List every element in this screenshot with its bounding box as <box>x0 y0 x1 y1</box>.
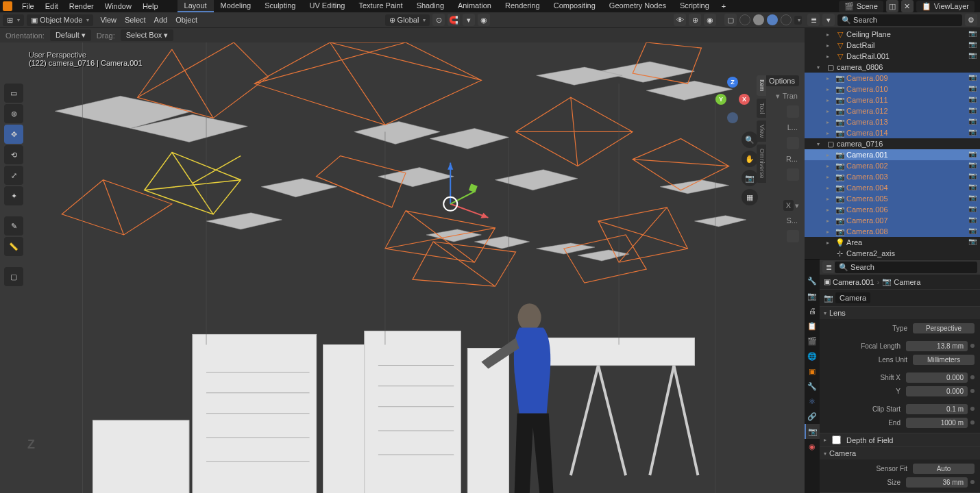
clip-start-input[interactable]: 0.1 m <box>906 404 968 414</box>
menu-file[interactable]: File <box>16 1 40 12</box>
navigation-gizmo[interactable]: Z Y X <box>709 77 757 125</box>
prop-tab-scene[interactable]: 🎬 <box>805 333 820 349</box>
prop-tab-modifiers[interactable]: 🔧 <box>805 379 820 394</box>
keyframe-dot[interactable] <box>970 407 975 411</box>
tree-item[interactable]: ▸▽DactRail📷 <box>805 40 980 51</box>
menu-help[interactable]: Help <box>137 1 164 12</box>
gizmo-y-axis[interactable]: Y <box>715 94 726 105</box>
zoom-button[interactable]: 🔍 <box>742 131 758 148</box>
tree-chevron-icon[interactable]: ▾ <box>817 64 824 71</box>
restrict-render-icon[interactable]: 📷 <box>968 194 977 203</box>
solid-shading[interactable] <box>753 14 764 25</box>
n-tab-view[interactable]: View <box>757 121 766 142</box>
rendered-shading[interactable] <box>781 14 792 25</box>
prop-tab-object[interactable]: ▣ <box>805 364 820 379</box>
restrict-render-icon[interactable]: 📷 <box>968 161 977 170</box>
restrict-render-icon[interactable]: 📷 <box>968 73 977 83</box>
outliner[interactable]: ▸▽Ceiling Plane📷▸▽DactRail📷▸▽DactRail.00… <box>805 27 980 259</box>
tree-chevron-icon[interactable]: ▸ <box>826 174 833 180</box>
overlay-toggle[interactable]: ◉ <box>704 14 716 26</box>
workspace-tab-compositing[interactable]: Compositing <box>547 0 602 12</box>
restrict-render-icon[interactable]: 📷 <box>968 238 977 247</box>
n-tab-item[interactable]: Item <box>757 75 766 96</box>
tree-item[interactable]: ▸📷Camera.012📷 <box>805 105 980 116</box>
viewport-menu-view[interactable]: View <box>96 14 121 25</box>
add-cube-tool[interactable]: ▢ <box>4 267 23 286</box>
shift-x-input[interactable]: 0.000 <box>906 372 968 383</box>
orientation-dropdown[interactable]: ⊕ Global <box>385 14 430 26</box>
viewport-menu-select[interactable]: Select <box>121 14 150 25</box>
gizmo-z-axis[interactable]: Z <box>727 77 738 88</box>
camera-panel-header[interactable]: ▾Camera <box>820 447 980 459</box>
outliner-display-dropdown[interactable]: ▾ <box>822 14 835 26</box>
lens-panel-header[interactable]: ▾Lens <box>820 307 980 319</box>
tree-chevron-icon[interactable]: ▸ <box>826 207 833 213</box>
shift-y-input[interactable]: 0.000 <box>906 386 968 396</box>
tree-item[interactable]: ▸📷Camera.007📷 <box>805 215 980 226</box>
options-dropdown[interactable]: Options <box>765 75 799 86</box>
bc-object[interactable]: ▣Camera.001 <box>824 277 874 286</box>
workspace-tab-texture-paint[interactable]: Texture Paint <box>352 0 409 12</box>
drag-setting-dropdown[interactable]: Select Box ▾ <box>121 29 174 41</box>
tree-item[interactable]: ▸📷Camera.011📷 <box>805 94 980 105</box>
tree-chevron-icon[interactable]: ▸ <box>826 75 833 81</box>
shading-dropdown[interactable] <box>794 16 802 25</box>
tree-item[interactable]: ▸▽Ceiling Plane📷 <box>805 29 980 40</box>
tree-item[interactable]: ▸📷Camera.009📷 <box>805 73 980 84</box>
keyframe-dot[interactable] <box>970 389 975 393</box>
proportional-toggle[interactable]: ◉ <box>478 14 490 26</box>
dof-panel-header[interactable]: ▸Depth of Field <box>820 433 980 446</box>
workspace-tab-layout[interactable]: Layout <box>177 0 214 12</box>
workspace-tab-modeling[interactable]: Modeling <box>214 0 258 12</box>
prop-tab-physics[interactable]: ⚛ <box>805 394 820 409</box>
pan-button[interactable]: ✋ <box>742 151 758 167</box>
clip-end-input[interactable]: 1000 m <box>906 418 968 428</box>
rotate-tool[interactable]: ⟲ <box>4 145 23 164</box>
tree-chevron-icon[interactable]: ▸ <box>826 218 833 224</box>
workspace-tab-scripting[interactable]: Scripting <box>673 0 716 12</box>
camera-data-selector[interactable]: Camera <box>835 292 870 303</box>
viewlayer-selector[interactable]: 📋 ViewLayer <box>916 1 975 12</box>
prop-tab-tool[interactable]: 🔧 <box>805 273 820 288</box>
keyframe-dot[interactable] <box>970 375 975 379</box>
annotate-tool[interactable]: ✎ <box>4 216 23 236</box>
strip-item-scale[interactable]: S... <box>785 214 799 227</box>
strip-item-rotation[interactable]: R... <box>785 152 799 166</box>
tree-item[interactable]: ▸📷Camera.003📷 <box>805 171 980 182</box>
prop-editor-dropdown[interactable]: ≣ <box>822 261 835 273</box>
restrict-render-icon[interactable]: 📷 <box>968 84 977 94</box>
tree-item[interactable]: ▾▢camera_0716 <box>805 138 980 149</box>
tree-chevron-icon[interactable]: ▸ <box>826 108 833 114</box>
tree-chevron-icon[interactable]: ▾ <box>817 141 824 147</box>
workspace-tab-uv-editing[interactable]: UV Editing <box>302 0 352 12</box>
gizmo-neg-axis[interactable] <box>727 112 738 123</box>
strip-collapse-icon-3[interactable] <box>787 168 799 181</box>
tree-chevron-icon[interactable]: ▸ <box>826 53 833 60</box>
tree-chevron-icon[interactable]: ▸ <box>826 42 833 49</box>
tree-item[interactable]: ▸💡Area📷 <box>805 237 980 248</box>
workspace-tab-geometry-nodes[interactable]: Geometry Nodes <box>602 0 673 12</box>
perspective-toggle-button[interactable]: ▦ <box>742 189 758 205</box>
strip-item-transform[interactable]: Tran <box>781 89 799 103</box>
delete-scene-button[interactable]: ✕ <box>901 0 914 12</box>
tree-item[interactable]: ▸▽DactRail.001📷 <box>805 51 980 62</box>
focal-length-input[interactable]: 13.8 mm <box>906 341 968 351</box>
tree-chevron-icon[interactable]: ▸ <box>826 229 833 235</box>
sensor-fit-dropdown[interactable]: Auto <box>913 464 975 474</box>
viewport-menu-object[interactable]: Object <box>171 14 201 25</box>
viewport-menu-add[interactable]: Add <box>150 14 172 25</box>
restrict-render-icon[interactable]: 📷 <box>968 150 977 160</box>
restrict-render-icon[interactable]: 📷 <box>968 117 977 127</box>
keyframe-dot[interactable] <box>970 420 975 425</box>
visibility-button[interactable]: 👁 <box>674 14 686 26</box>
tree-chevron-icon[interactable]: ▸ <box>826 119 833 125</box>
camera-view-button[interactable]: 📷 <box>742 170 758 186</box>
sensor-size-input[interactable]: 36 mm <box>906 477 968 488</box>
restrict-render-icon[interactable]: 📷 <box>968 51 977 61</box>
select-box-tool[interactable]: ▭ <box>4 84 23 103</box>
strip-collapse-icon-4[interactable] <box>787 230 799 242</box>
workspace-tab-shading[interactable]: Shading <box>410 0 451 12</box>
keyframe-dot[interactable] <box>970 480 975 484</box>
restrict-render-icon[interactable]: 📷 <box>968 95 977 105</box>
tree-chevron-icon[interactable]: ▸ <box>826 152 833 158</box>
